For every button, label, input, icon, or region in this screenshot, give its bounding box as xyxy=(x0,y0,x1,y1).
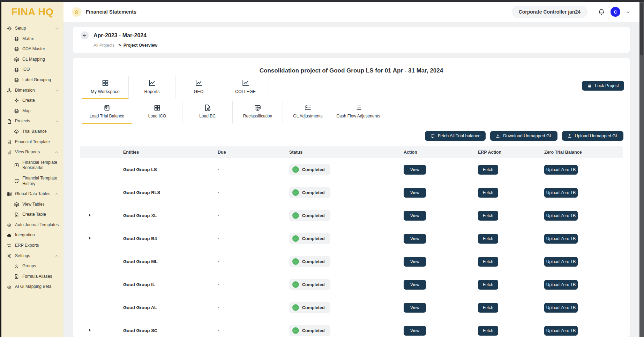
subtab[interactable]: GL Adjustments xyxy=(283,101,333,124)
view-button[interactable]: View xyxy=(404,165,426,175)
browser-top-strip xyxy=(0,0,644,2)
column-header-erp-action: ERP Action xyxy=(467,150,534,155)
view-button[interactable]: View xyxy=(404,303,426,313)
sidebar-item[interactable]: Matrix xyxy=(1,34,63,44)
sidebar-item[interactable]: Dimension xyxy=(1,85,63,96)
chevron-up-icon[interactable] xyxy=(55,254,59,258)
sidebar-item[interactable]: Financial Template History xyxy=(1,173,63,189)
home-button[interactable] xyxy=(72,7,81,17)
role-badge[interactable]: Corporate Controller jan24 xyxy=(512,6,587,18)
sidebar-item-label: Integration xyxy=(15,232,61,238)
entity-name: Good Group SC xyxy=(107,328,207,333)
sidebar-item[interactable]: GL Mapping xyxy=(1,54,63,65)
view-button[interactable]: View xyxy=(404,257,426,267)
fetch-button[interactable]: Fetch xyxy=(478,188,498,198)
subtab[interactable]: Load ICO xyxy=(132,101,182,124)
action-button[interactable]: Download Unmapped GL xyxy=(490,131,557,141)
avatar[interactable]: C xyxy=(611,7,620,17)
table-header-row: Entities Due Status Action ERP Action Ze… xyxy=(80,146,623,158)
subtab[interactable]: Cash Flow Adjustments xyxy=(333,101,383,124)
chevron-up-icon[interactable] xyxy=(55,89,59,92)
fetch-button[interactable]: Fetch xyxy=(478,234,498,244)
sidebar-item[interactable]: Create Table xyxy=(1,209,63,220)
file-icon xyxy=(7,119,12,124)
page-scrollbar[interactable] xyxy=(639,2,644,337)
subtab[interactable]: Load BC xyxy=(182,101,233,124)
grid-icon xyxy=(102,79,109,87)
sidebar-item[interactable]: Setup xyxy=(1,23,63,34)
subtab[interactable]: Reclassification xyxy=(233,101,283,124)
sidebar-item[interactable]: Map xyxy=(1,106,63,116)
chevron-up-icon[interactable] xyxy=(55,150,59,154)
upload-zero-tb-button[interactable]: Upload Zero TB xyxy=(544,303,578,313)
upload-zero-tb-button[interactable]: Upload Zero TB xyxy=(544,234,578,244)
file-plus-icon xyxy=(14,212,19,217)
tab[interactable]: My Workspace xyxy=(82,76,129,99)
view-button[interactable]: View xyxy=(404,326,426,336)
breadcrumb: All Projects > Project Overview xyxy=(93,43,622,48)
fetch-button[interactable]: Fetch xyxy=(478,165,498,175)
sidebar-item[interactable]: Create xyxy=(1,95,63,106)
sidebar-item[interactable]: Auto Journal Templates xyxy=(1,220,63,230)
breadcrumb-parent[interactable]: All Projects xyxy=(93,43,114,48)
tab[interactable]: COLLEGE xyxy=(222,76,269,99)
subtab[interactable]: Load Trial Balance xyxy=(82,101,132,124)
due-value: - xyxy=(207,167,279,172)
fetch-button[interactable]: Fetch xyxy=(478,211,498,221)
table-row: Good Group AL - Completed View Fetch xyxy=(80,296,623,319)
upload-zero-tb-button[interactable]: Upload Zero TB xyxy=(544,257,578,267)
sidebar-item[interactable]: Integration xyxy=(1,230,63,240)
expand-caret-icon[interactable] xyxy=(88,213,92,217)
sidebar-item-label: Financial Template Bookmarks xyxy=(22,160,61,171)
expand-caret-icon[interactable] xyxy=(88,236,92,240)
sidebar-item[interactable]: Global Data Tables xyxy=(1,189,63,199)
chevron-up-icon[interactable] xyxy=(55,120,59,123)
sidebar-item[interactable]: View Reports xyxy=(1,147,63,158)
tab[interactable]: Reports xyxy=(129,76,175,99)
sidebar-item[interactable]: Trial Balance xyxy=(1,127,63,137)
upload-zero-tb-button[interactable]: Upload Zero TB xyxy=(544,326,578,336)
lock-project-button[interactable]: Lock Project xyxy=(582,81,624,91)
sidebar-item[interactable]: ICO xyxy=(1,64,63,75)
action-button[interactable]: Fetch All Trial balance xyxy=(425,131,486,141)
sidebar-item[interactable]: Formula Aliases xyxy=(1,271,63,282)
scrollbar-thumb[interactable] xyxy=(640,3,643,55)
sidebar-item[interactable]: Financial Template Bookmarks xyxy=(1,158,63,173)
upload-zero-tb-button[interactable]: Upload Zero TB xyxy=(544,188,578,198)
chevron-up-icon[interactable] xyxy=(55,26,59,30)
sidebar-item[interactable]: Settings xyxy=(1,251,63,261)
sidebar-item-label: Global Data Tables xyxy=(15,191,52,197)
upload-zero-tb-button[interactable]: Upload Zero TB xyxy=(544,211,578,221)
view-button[interactable]: View xyxy=(404,280,426,290)
view-button[interactable]: View xyxy=(404,188,426,198)
status-badge: Completed xyxy=(289,279,330,290)
sidebar-item[interactable]: AI Gl Mapping Beta xyxy=(1,282,63,292)
home-icon xyxy=(74,9,79,15)
sidebar-item[interactable]: ERP Exports xyxy=(1,240,63,251)
sidebar-item[interactable]: Financial Template xyxy=(1,137,63,147)
fetch-button[interactable]: Fetch xyxy=(478,257,498,267)
action-button[interactable]: Upload Unmapped GL xyxy=(562,131,623,141)
sidebar-item[interactable]: Projects xyxy=(1,116,63,127)
table-row: Good Group SC - Completed View Fetch xyxy=(80,319,623,337)
due-value: - xyxy=(207,236,279,241)
chevron-up-icon[interactable] xyxy=(55,192,59,196)
sidebar-nav: Setup Matrix COA Master GL Ma xyxy=(1,23,63,292)
expand-caret-icon[interactable] xyxy=(88,328,92,332)
tab-label: GEO xyxy=(194,89,204,94)
chevron-down-icon[interactable] xyxy=(626,10,630,14)
view-button[interactable]: View xyxy=(404,234,426,244)
sidebar-item[interactable]: Groups xyxy=(1,261,63,271)
sidebar-item[interactable]: Label Grouping xyxy=(1,75,63,85)
fetch-button[interactable]: Fetch xyxy=(478,303,498,313)
fetch-button[interactable]: Fetch xyxy=(478,280,498,290)
sidebar-item[interactable]: COA Master xyxy=(1,44,63,54)
back-button[interactable] xyxy=(81,31,89,39)
bell-icon[interactable] xyxy=(598,8,605,15)
sidebar-item[interactable]: View Tables xyxy=(1,199,63,210)
view-button[interactable]: View xyxy=(404,211,426,221)
upload-zero-tb-button[interactable]: Upload Zero TB xyxy=(544,165,578,175)
tab[interactable]: GEO xyxy=(175,76,222,99)
fetch-button[interactable]: Fetch xyxy=(478,326,498,336)
upload-zero-tb-button[interactable]: Upload Zero TB xyxy=(544,280,578,290)
